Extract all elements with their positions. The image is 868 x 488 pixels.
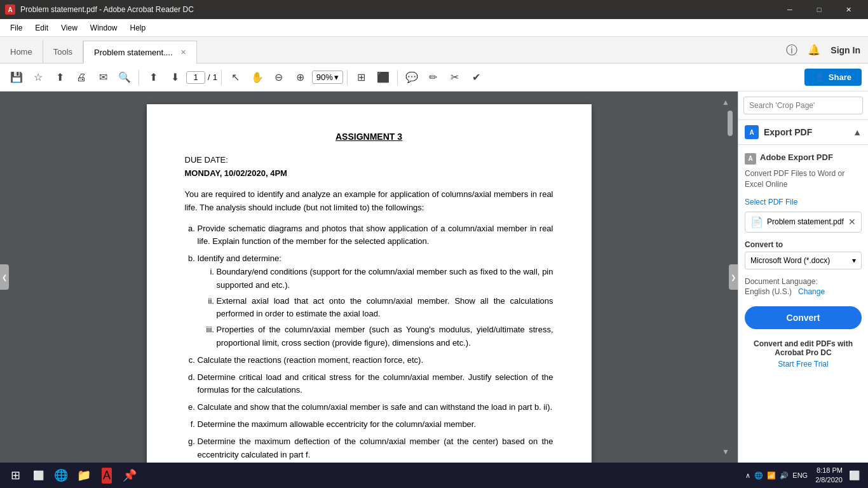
clock[interactable]: 8:18 PM 2/8/2020 bbox=[815, 466, 843, 485]
taskview-button[interactable]: ⬜ bbox=[28, 465, 48, 485]
acrobat-taskbar-label: A bbox=[102, 468, 112, 484]
divider-3 bbox=[347, 70, 348, 85]
scrollbar-thumb[interactable] bbox=[728, 111, 733, 136]
pdf-page: ASSIGNMENT 3 DUE DATE: MONDAY, 10/02/202… bbox=[147, 104, 592, 463]
close-button[interactable]: ✕ bbox=[834, 0, 863, 19]
page-separator: / bbox=[208, 72, 210, 82]
sub-list-b: Boundary/end conditions (support for the… bbox=[217, 266, 553, 350]
divider-2 bbox=[221, 70, 222, 85]
zoom-select[interactable]: 90% ▾ bbox=[312, 71, 343, 84]
maps-icon[interactable]: 📌 bbox=[119, 465, 140, 485]
time-display: 8:18 PM bbox=[815, 466, 843, 475]
menu-window[interactable]: Window bbox=[85, 21, 123, 35]
free-trial-link[interactable]: Start Free Trial bbox=[745, 360, 862, 369]
prev-page-button[interactable]: ⬆ bbox=[143, 67, 163, 88]
select-pdf-label: Select PDF File bbox=[745, 198, 862, 207]
print-button[interactable]: 🖨 bbox=[71, 67, 92, 88]
sign-in-button[interactable]: Sign In bbox=[831, 45, 860, 55]
sublist-item-i: Boundary/end conditions (support for the… bbox=[217, 266, 553, 292]
panel-content: A Adobe Export PDF Convert PDF Files to … bbox=[738, 145, 868, 463]
windows-icon: ⊞ bbox=[11, 468, 20, 482]
view-mode-button[interactable]: ⊞ bbox=[351, 67, 372, 88]
crop-page-search-input[interactable] bbox=[743, 97, 863, 114]
highlight-button[interactable]: ✂ bbox=[445, 67, 465, 88]
collapse-left-button[interactable]: ❮ bbox=[0, 264, 9, 290]
comment-button[interactable]: 💬 bbox=[402, 67, 422, 88]
next-page-button[interactable]: ⬇ bbox=[165, 67, 185, 88]
sublist-item-iii: Properties of the column/axial member (s… bbox=[217, 323, 553, 350]
page-number-input[interactable]: 1 bbox=[186, 71, 205, 84]
pdf-file-remove-button[interactable]: ✕ bbox=[848, 217, 856, 227]
pdf-file-name: Problem statement.pdf bbox=[767, 217, 844, 226]
notifications-icon[interactable]: 🔔 bbox=[808, 44, 820, 56]
menu-view[interactable]: View bbox=[56, 21, 83, 35]
network-icon: 🌐 bbox=[754, 471, 763, 480]
notification-center-button[interactable]: ⬜ bbox=[845, 466, 863, 484]
upload-button[interactable]: ⬆ bbox=[50, 67, 70, 88]
menu-bar: File Edit View Window Help bbox=[0, 19, 868, 37]
volume-icon: 🔊 bbox=[780, 471, 789, 480]
tab-document[interactable]: Problem statement.... ✕ bbox=[83, 41, 197, 64]
list-item-f: Determine the maximum allowable eccentri… bbox=[198, 418, 553, 431]
start-button[interactable]: ⊞ bbox=[5, 465, 25, 485]
acrobat-taskbar-icon[interactable]: A bbox=[97, 465, 117, 485]
save-button[interactable]: 💾 bbox=[6, 67, 27, 88]
convert-button[interactable]: Convert bbox=[745, 306, 862, 329]
change-language-link[interactable]: Change bbox=[798, 287, 825, 296]
pdf-viewer: ❮ ASSIGNMENT 3 DUE DATE: MONDAY, 10/02/2… bbox=[0, 92, 738, 463]
scroll-up-button[interactable]: ▲ bbox=[722, 98, 729, 107]
help-icon[interactable]: ⓘ bbox=[786, 43, 797, 58]
zoom-in-button[interactable]: ⊕ bbox=[290, 67, 311, 88]
toolbar: 💾 ☆ ⬆ 🖨 ✉ 🔍 ⬆ ⬇ 1 / 1 ↖ ✋ ⊖ ⊕ 90% ▾ ⊞ ⬛ … bbox=[0, 64, 868, 92]
pdf-assignment-title: ASSIGNMENT 3 bbox=[185, 130, 553, 144]
pdf-due-value: MONDAY, 10/02/2020, 4PM bbox=[185, 168, 287, 178]
list-item-g: Determine the maximum deflection of the … bbox=[198, 435, 553, 462]
maximize-button[interactable]: □ bbox=[804, 0, 834, 19]
fit-page-button[interactable]: ⬛ bbox=[373, 67, 393, 88]
export-pdf-header: A Export PDF ▲ bbox=[738, 120, 868, 145]
tab-document-label: Problem statement.... bbox=[94, 48, 173, 57]
panel-collapse-button[interactable]: ▲ bbox=[853, 127, 862, 137]
lang-label: ENG bbox=[792, 471, 808, 479]
email-button[interactable]: ✉ bbox=[93, 67, 113, 88]
chrome-icon: 🌐 bbox=[54, 468, 68, 482]
page-nav: 1 / 1 bbox=[186, 71, 217, 84]
tab-home[interactable]: Home bbox=[0, 40, 43, 63]
convert-to-value: Microsoft Word (*.docx) bbox=[750, 256, 830, 265]
doc-lang-value: English (U.S.) Change bbox=[745, 287, 862, 296]
share-label: Share bbox=[829, 72, 851, 82]
select-tool-button[interactable]: ↖ bbox=[226, 67, 246, 88]
export-pdf-icon: A bbox=[745, 125, 759, 139]
tab-close-icon[interactable]: ✕ bbox=[180, 48, 186, 57]
bookmark-button[interactable]: ☆ bbox=[28, 67, 48, 88]
divider-4 bbox=[397, 70, 398, 85]
collapse-right-button[interactable]: ❯ bbox=[729, 264, 738, 290]
list-item-b: Identify and determine: Boundary/end con… bbox=[198, 252, 553, 350]
pdf-due-date: DUE DATE: MONDAY, 10/02/2020, 4PM bbox=[185, 154, 553, 180]
convert-to-dropdown[interactable]: Microsoft Word (*.docx) ▾ bbox=[745, 252, 862, 269]
right-panel: A Export PDF ▲ A Adobe Export PDF Conver… bbox=[738, 92, 868, 463]
menu-edit[interactable]: Edit bbox=[30, 21, 53, 35]
divider-1 bbox=[139, 70, 139, 85]
taskview-icon: ⬜ bbox=[33, 470, 44, 480]
menu-file[interactable]: File bbox=[5, 21, 27, 35]
sublist-item-ii: External axial load that act onto the co… bbox=[217, 295, 553, 322]
browser-icon[interactable]: 🌐 bbox=[51, 465, 71, 485]
zoom-out-button[interactable]: ⊖ bbox=[269, 67, 289, 88]
search-button[interactable]: 🔍 bbox=[114, 67, 135, 88]
main-area: ❮ ASSIGNMENT 3 DUE DATE: MONDAY, 10/02/2… bbox=[0, 92, 868, 463]
share-button[interactable]: 👤 Share bbox=[804, 69, 862, 86]
menu-help[interactable]: Help bbox=[125, 21, 151, 35]
minimize-button[interactable]: ─ bbox=[775, 0, 804, 19]
pen-button[interactable]: ✏ bbox=[423, 67, 444, 88]
tab-tools[interactable]: Tools bbox=[43, 40, 83, 63]
list-item-c: Calculate the reactions (reaction moment… bbox=[198, 354, 553, 367]
svg-text:A: A bbox=[749, 129, 754, 136]
hand-tool-button[interactable]: ✋ bbox=[247, 67, 268, 88]
scroll-down-button[interactable]: ▼ bbox=[722, 447, 729, 456]
stamp-button[interactable]: ✔ bbox=[466, 67, 487, 88]
explorer-icon[interactable]: 📁 bbox=[74, 465, 94, 485]
arrow-icon[interactable]: ∧ bbox=[745, 471, 750, 480]
taskbar: ⊞ ⬜ 🌐 📁 A 📌 ∧ 🌐 📶 🔊 ENG 8:18 PM 2/8/2020… bbox=[0, 463, 868, 488]
right-panel-search-container bbox=[738, 92, 868, 120]
